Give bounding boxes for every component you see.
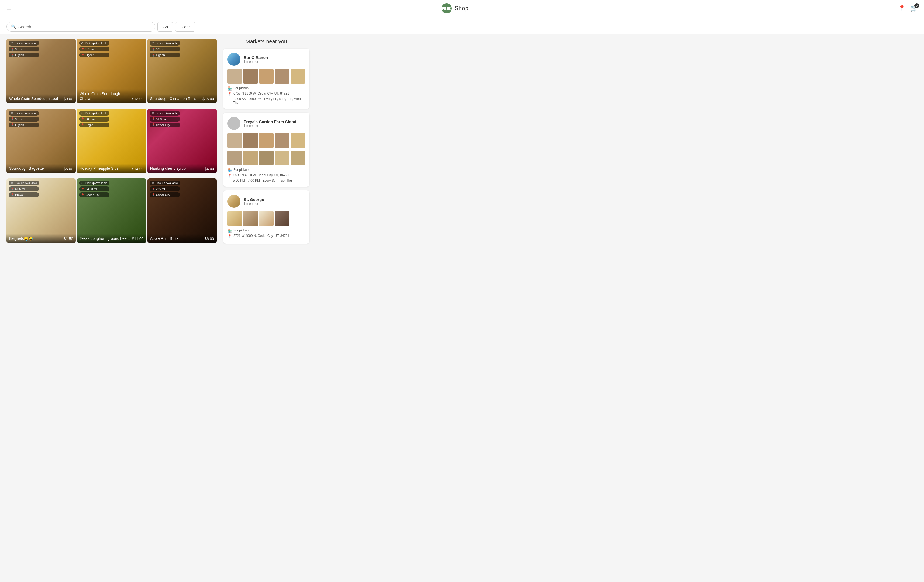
clock-icon: ⏱ bbox=[11, 112, 13, 114]
location-pin-icon: 📍 bbox=[152, 54, 155, 56]
market-address-row: 📍5530 N 4500 W, Cedar City, UT, 84721 bbox=[228, 173, 305, 178]
market-thumb-grid bbox=[228, 69, 305, 84]
product-card[interactable]: ⏱Pick up Available📍236 mi📍Cedar CityAppl… bbox=[147, 178, 217, 243]
search-input[interactable] bbox=[18, 25, 151, 29]
product-name: Texas Longhorn ground beef... bbox=[79, 236, 131, 241]
tag-location: Heber City bbox=[156, 124, 170, 127]
market-header: St. George1 member bbox=[228, 195, 305, 208]
product-overlay: Texas Longhorn ground beef...$11.00 bbox=[77, 234, 146, 243]
product-card[interactable]: ⏱Pick up Available📍51.3 mi📍Heber CityNan… bbox=[147, 109, 217, 173]
pin-icon: 📍 bbox=[152, 48, 155, 51]
market-card[interactable]: St. George1 member🏪For pickup📍2726 W 400… bbox=[223, 191, 309, 243]
market-header: Freya's Garden Farm Stand1 member bbox=[228, 117, 305, 130]
clock-icon: ⏱ bbox=[81, 42, 84, 45]
tag-location: Provo bbox=[15, 193, 23, 196]
address-pin-icon: 📍 bbox=[228, 173, 232, 178]
market-thumbnail bbox=[259, 151, 274, 165]
pin-icon: 📍 bbox=[11, 48, 14, 51]
market-info: Bar C Ranch1 member bbox=[244, 55, 268, 64]
store-icon: 🏪 bbox=[228, 86, 232, 91]
tag-distance: 61.5 mi bbox=[15, 187, 25, 191]
tag-distance: 233.8 mi bbox=[86, 187, 97, 191]
product-overlay: Holiday Pineapple Slush$14.00 bbox=[77, 164, 146, 173]
cart-badge: 0 bbox=[914, 3, 919, 8]
pin-icon: 📍 bbox=[81, 48, 84, 51]
product-overlay: Sourdough Cinnamon Rolls$36.00 bbox=[147, 94, 217, 103]
product-overlay: Apple Rum Butter$6.00 bbox=[147, 234, 217, 243]
product-card[interactable]: ⏱Pick up Available📍50.8 mi📍EagleHoliday … bbox=[77, 109, 146, 173]
product-name: Sourdough Baguette bbox=[9, 166, 44, 171]
location-pin-icon: 📍 bbox=[11, 54, 14, 56]
market-card[interactable]: Freya's Garden Farm Stand1 member🏪For pi… bbox=[223, 113, 309, 187]
location-pin-icon: 📍 bbox=[81, 193, 84, 196]
location-icon[interactable]: 📍 bbox=[898, 5, 906, 12]
tag-distance: 9.9 mi bbox=[15, 48, 23, 51]
product-price: $5.00 bbox=[64, 167, 73, 171]
market-members: 1 member bbox=[244, 124, 296, 128]
market-thumbnail bbox=[243, 211, 258, 226]
go-button[interactable]: Go bbox=[157, 22, 173, 31]
market-thumbnail bbox=[275, 69, 289, 84]
tag-pickup: Pick up Available bbox=[15, 181, 37, 185]
product-overlay: Whole Grain Sourdough Loaf$9.00 bbox=[7, 94, 76, 103]
market-thumbnail bbox=[259, 69, 274, 84]
clear-button[interactable]: Clear bbox=[175, 22, 195, 31]
product-card[interactable]: ⏱Pick up Available📍61.5 mi📍ProvoBeignets… bbox=[7, 178, 76, 243]
store-icon: 🏪 bbox=[228, 229, 232, 233]
tag-distance: 50.8 mi bbox=[86, 117, 95, 121]
markets-container: Bar C Ranch1 member🏪For pickup📍6757 N 23… bbox=[223, 48, 309, 244]
product-card[interactable]: ⏱Pick up Available📍9.9 mi📍OgdenSourdough… bbox=[7, 109, 76, 173]
clock-icon: ⏱ bbox=[152, 181, 155, 185]
tag-location: Eagle bbox=[86, 124, 93, 127]
market-card[interactable]: Bar C Ranch1 member🏪For pickup📍6757 N 23… bbox=[223, 48, 309, 109]
market-name: Freya's Garden Farm Stand bbox=[244, 119, 296, 124]
tag-location: Cedar City bbox=[86, 193, 99, 196]
clock-icon: ⏱ bbox=[152, 112, 155, 114]
product-price: $6.00 bbox=[205, 237, 214, 241]
market-header: Bar C Ranch1 member bbox=[228, 53, 305, 66]
address-pin-icon: 📍 bbox=[228, 92, 232, 96]
tag-location: Ogden bbox=[86, 53, 94, 56]
product-price: $9.00 bbox=[64, 97, 73, 101]
product-tags: ⏱Pick up Available📍9.9 mi📍Ogden bbox=[8, 41, 39, 58]
menu-icon[interactable]: ☰ bbox=[7, 5, 12, 12]
product-name: Sourdough Cinnamon Rolls bbox=[150, 96, 196, 101]
search-icon: 🔍 bbox=[11, 24, 16, 29]
market-pickup-row: 🏪For pickup bbox=[228, 86, 305, 91]
clock-icon: ⏱ bbox=[152, 42, 155, 45]
logo-text: FEED bbox=[442, 7, 452, 10]
clock-icon: ⏱ bbox=[81, 181, 84, 185]
market-thumbnail bbox=[228, 69, 242, 84]
product-price: $4.00 bbox=[205, 167, 214, 171]
product-overlay: Beignets🤤😂$1.50 bbox=[7, 234, 76, 243]
main-layout: ⏱Pick up Available📍9.9 mi📍OgdenWhole Gra… bbox=[0, 34, 377, 252]
product-card[interactable]: ⏱Pick up Available📍9.9 mi📍OgdenWhole Gra… bbox=[77, 38, 146, 103]
market-thumbnail bbox=[243, 151, 258, 165]
product-grid: ⏱Pick up Available📍9.9 mi📍OgdenWhole Gra… bbox=[7, 38, 217, 247]
location-pin-icon: 📍 bbox=[152, 124, 155, 126]
product-card[interactable]: ⏱Pick up Available📍9.9 mi📍OgdenSourdough… bbox=[147, 38, 217, 103]
header: ☰ FEED Shop 📍 🛒 0 bbox=[0, 0, 924, 17]
market-pickup-label: For pickup bbox=[233, 168, 249, 171]
market-thumb-grid bbox=[228, 133, 305, 148]
search-field-wrap: 🔍 bbox=[7, 22, 155, 31]
search-section: 🔍 Go Clear bbox=[0, 17, 924, 34]
store-icon: 🏪 bbox=[228, 168, 232, 172]
cart-button[interactable]: 🛒 0 bbox=[910, 5, 917, 12]
product-price: $11.00 bbox=[132, 237, 144, 241]
product-card[interactable]: ⏱Pick up Available📍9.9 mi📍OgdenWhole Gra… bbox=[7, 38, 76, 103]
product-card[interactable]: ⏱Pick up Available📍233.8 mi📍Cedar CityTe… bbox=[77, 178, 146, 243]
tag-pickup: Pick up Available bbox=[15, 41, 37, 45]
pin-icon: 📍 bbox=[11, 117, 14, 120]
market-members: 1 member bbox=[244, 202, 264, 206]
tag-distance: 9.9 mi bbox=[86, 48, 94, 51]
tag-pickup: Pick up Available bbox=[85, 112, 107, 115]
tag-pickup: Pick up Available bbox=[155, 41, 178, 45]
market-thumbnail bbox=[243, 69, 258, 84]
product-tags: ⏱Pick up Available📍50.8 mi📍Eagle bbox=[79, 111, 109, 127]
product-overlay: Nanking cherry syrup$4.00 bbox=[147, 164, 217, 173]
market-info: St. George1 member bbox=[244, 197, 264, 206]
product-name: Holiday Pineapple Slush bbox=[79, 166, 120, 171]
product-tags: ⏱Pick up Available📍236 mi📍Cedar City bbox=[150, 181, 180, 197]
market-thumbnail bbox=[275, 151, 289, 165]
